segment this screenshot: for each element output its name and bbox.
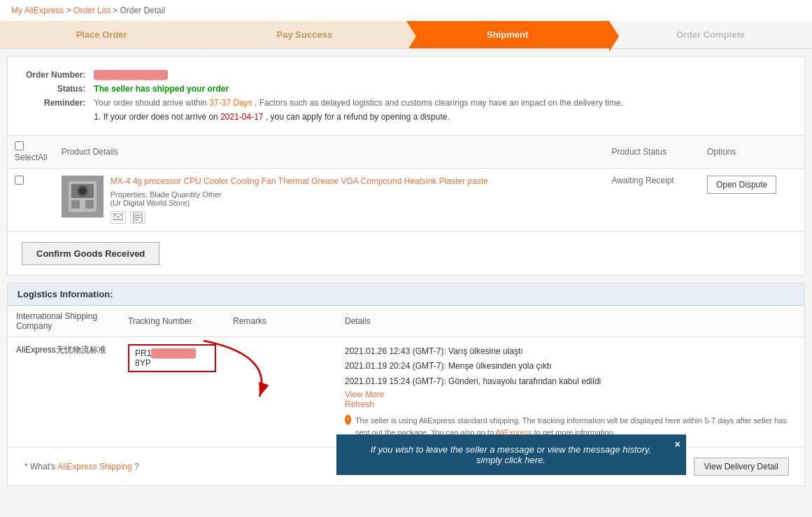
order-content-panel: Order Number: ███-████-████ Status: The …	[7, 56, 805, 276]
tracking-number-header: Tracking Number	[120, 306, 225, 337]
product-name[interactable]: MX-4 4g processor CPU Cooler Cooling Fan…	[111, 176, 488, 187]
detail-entry-1: 2021.01.26 12:43 (GMT-7): Varış ülkesine…	[345, 344, 796, 360]
product-properties: Properties: Blade Quantity Other (Ur Dig…	[111, 190, 488, 207]
options-header: Options	[700, 136, 804, 169]
tooltip-close-button[interactable]: ×	[674, 439, 680, 450]
confirm-section: Confirm Goods Received	[8, 232, 804, 275]
whats-aliexpress: * What's AliExpress Shipping ?	[16, 455, 148, 479]
refund-note: 1. If your order does not arrive on 2021…	[90, 110, 627, 124]
svg-point-6	[79, 187, 86, 194]
breadcrumb-current: Order Detail	[120, 6, 165, 15]
svg-rect-4	[85, 200, 94, 208]
receipt-icon[interactable]	[130, 211, 145, 224]
product-details-cell: MX-4 4g processor CPU Cooler Cooling Fan…	[55, 169, 605, 232]
info-icon: !	[345, 415, 351, 425]
svg-rect-3	[71, 200, 80, 208]
step-place-order: Place Order	[0, 21, 203, 48]
aliexpress-shipping-link[interactable]: AliExpress Shipping	[57, 462, 132, 472]
remarks-header: Remarks	[225, 306, 336, 337]
details-cell: 2021.01.26 12:43 (GMT-7): Varış ülkesine…	[336, 337, 804, 446]
tracking-number-cell: PR1███████8YP	[120, 337, 225, 446]
tooltip-text: If you wish to leave the seller a messag…	[371, 444, 652, 465]
product-checkbox[interactable]	[15, 176, 24, 185]
order-number-label: Order Number:	[22, 68, 90, 82]
confirm-goods-received-button[interactable]: Confirm Goods Received	[22, 242, 159, 265]
refresh-link[interactable]: Refresh	[345, 399, 796, 409]
open-dispute-button[interactable]: Open Dispute	[707, 176, 776, 194]
breadcrumb-order-list[interactable]: Order List	[73, 6, 111, 15]
detail-entry-2: 2021.01.19 20:24 (GMT-7): Menşe ülkesind…	[345, 359, 796, 374]
company-cell: AliExpress无忧物流标准	[8, 337, 120, 446]
shipping-company-header: International Shipping Company	[8, 306, 120, 337]
breadcrumb-home[interactable]: My AliExpress	[11, 6, 64, 15]
product-table: SelectAll Product Details Product Status…	[8, 135, 804, 232]
order-info-section: Order Number: ███-████-████ Status: The …	[8, 57, 804, 135]
remarks-cell	[225, 337, 336, 446]
product-status-header: Product Status	[605, 136, 700, 169]
reminder-text: Your order should arrive within 37-37 Da…	[90, 96, 627, 110]
progress-bar: Place Order Pay Success Shipment Order C…	[0, 21, 812, 49]
product-options-cell: Open Dispute	[700, 169, 804, 232]
select-all-checkbox[interactable]	[15, 141, 24, 150]
product-image	[62, 176, 104, 218]
tooltip-banner: If you wish to leave the seller a messag…	[336, 434, 686, 475]
step-pay-success: Pay Success	[203, 21, 406, 48]
step-shipment: Shipment	[406, 21, 609, 48]
logistics-header: Logistics Information:	[8, 283, 804, 306]
message-icon[interactable]	[111, 211, 126, 224]
product-icons	[111, 211, 488, 224]
view-more-link[interactable]: View More	[345, 390, 796, 399]
logistics-row: AliExpress无忧物流标准 PR1███████8YP 2021.01.2…	[8, 337, 804, 446]
product-details-header: Product Details	[55, 136, 605, 169]
status-label: Status:	[22, 82, 90, 96]
reminder-label: Reminder:	[22, 96, 90, 110]
select-all-header: SelectAll	[8, 136, 55, 169]
detail-entry-3: 2021.01.19 15:24 (GMT-7): Gönderi, havay…	[345, 374, 796, 390]
logistics-table: International Shipping Company Tracking …	[8, 306, 804, 447]
status-value: The seller has shipped your order	[90, 82, 627, 96]
breadcrumb: My AliExpress > Order List > Order Detai…	[0, 0, 812, 21]
product-row: MX-4 4g processor CPU Cooler Cooling Fan…	[8, 169, 804, 232]
step-order-complete: Order Complete	[609, 21, 812, 48]
view-delivery-detail-button[interactable]: View Delivery Detail	[694, 458, 789, 476]
details-header: Details	[336, 306, 804, 337]
product-status-cell: Awaiting Receipt	[605, 169, 700, 232]
tracking-number-value: PR1███████8YP	[128, 344, 216, 372]
order-number-value: ███-████-████	[94, 70, 168, 80]
